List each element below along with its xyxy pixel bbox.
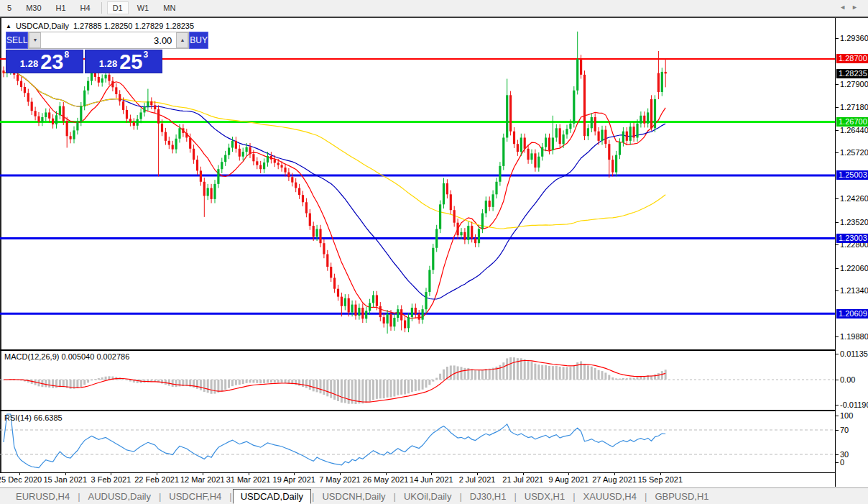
scroll-left-icon[interactable]: ◄ [839,4,851,11]
volume-increase-button[interactable]: ▲ [176,32,188,48]
chart-tab-usdchf[interactable]: USDCHF,H4 [162,490,228,503]
timeframe-button-m30[interactable]: M30 [20,1,47,14]
volume-input[interactable] [41,32,176,48]
chart-tab-bar: EURUSD,H4|AUDUSD,Daily|USDCHF,H4|USDCAD,… [0,487,868,504]
candle-body [643,116,645,124]
candle-body [203,182,206,196]
candle-body [527,149,530,160]
price-axis[interactable]: 1.293601.279001.271801.264401.257201.242… [836,18,868,487]
candle-body [101,78,103,83]
macd-histogram-bar [344,380,346,403]
date-label: 21 Jul 2021 [502,475,543,484]
price-line-label: 1.28700 [836,54,868,63]
macd-histogram-bar [559,367,561,380]
sell-price-digits: 23 [40,52,63,71]
timeframe-button-d1[interactable]: D1 [107,1,129,14]
buy-price-display[interactable]: 1.28 25 3 [85,50,162,73]
macd-histogram-bar [365,380,367,403]
candle-body [168,141,170,145]
chart-tab-audusd[interactable]: AUDUSD,Daily [81,490,158,503]
macd-histogram-bar [598,370,600,380]
macd-histogram-bar [626,378,628,380]
chart-tab-usdcad[interactable]: USDCAD,Daily [233,489,311,504]
moving-average-90 [4,70,665,229]
chart-tab-eurusd[interactable]: EURUSD,H4 [9,490,77,503]
timeframe-button-5[interactable]: 5 [1,1,17,14]
candle-body [559,128,561,144]
buy-button[interactable]: BUY [189,32,208,49]
candle-body [287,173,290,178]
macd-histogram-bar [298,380,300,386]
sell-price-prefix: 1.28 [20,57,38,71]
price-line-label: 1.26700 [836,117,868,127]
chart-tab-ukoil[interactable]: UKOil,Daily [397,490,458,503]
macd-histogram-bar [541,365,543,380]
candle-body [129,119,131,122]
collapse-icon[interactable]: ▲ [6,23,11,29]
timeframe-button-mn[interactable]: MN [157,1,181,14]
macd-histogram-bar [305,380,308,388]
macd-histogram-bar [489,369,491,380]
timeframe-button-h1[interactable]: H1 [50,1,72,14]
candle-body [323,243,325,254]
timeframe-button-w1[interactable]: W1 [131,1,155,14]
tab-separator: | [229,491,231,502]
sell-price-display[interactable]: 1.28 23 8 [6,50,83,73]
candle-body [537,157,540,168]
macd-histogram-bar [604,372,606,380]
macd-histogram-bar [665,370,667,380]
macd-tick-label: 0.00 [840,375,855,384]
macd-histogram-bar [285,380,287,383]
candle-body [502,137,504,165]
candle-body [467,226,469,240]
tab-scroll-arrows[interactable]: ◄► [839,4,864,11]
tab-separator: | [459,491,461,502]
candle-body [415,308,417,314]
candle-body [626,132,628,141]
candle-body [119,94,121,101]
candle-body [397,309,399,318]
macd-histogram-bar [172,380,174,387]
macd-histogram-bar [657,373,660,380]
chart-tab-gbpusd[interactable]: GBPUSD,H1 [647,490,716,503]
candle-body [619,142,621,155]
chart-tab-usdx[interactable]: USDX,H1 [517,490,572,503]
candle-body [235,141,237,149]
macd-histogram-bar [520,358,522,380]
rsi-pane[interactable] [0,412,835,472]
chart-tab-usdcnh[interactable]: USDCNH,Daily [315,490,392,503]
timeframe-button-h4[interactable]: H4 [75,1,96,14]
macd-histogram-bar [531,362,533,380]
macd-histogram-bar [207,380,209,393]
chart-tab-dj30[interactable]: DJ30,H1 [463,490,514,503]
macd-histogram-bar [397,380,399,395]
candle-body [242,152,244,157]
axis-tick-mark [836,354,839,354]
candle-body [604,130,606,145]
candle-body [55,115,57,124]
one-click-trading-panel: SELL ▼ ▲ BUY 1.28 23 8 1.28 25 3 [6,32,162,73]
volume-decrease-button[interactable]: ▼ [29,32,41,48]
macd-histogram-bar [256,380,258,383]
date-axis[interactable]: 25 Dec 202015 Jan 20213 Feb 202122 Feb 2… [0,473,835,487]
chart-tab-xauusd[interactable]: XAUUSD,H4 [576,490,644,503]
candle-body [492,194,494,207]
macd-histogram-bar [379,380,382,398]
candle-body [34,111,37,116]
macd-histogram-bar [583,364,586,380]
axis-tick-mark [836,198,839,199]
macd-histogram-bar [545,365,547,380]
sell-button[interactable]: SELL [6,32,28,49]
pane-divider[interactable] [0,410,835,411]
macd-histogram-bar [101,377,103,380]
candle-body [439,204,441,229]
scroll-right-icon[interactable]: ► [851,4,864,11]
macd-histogram-bar [259,380,262,383]
buy-price-prefix: 1.28 [99,57,117,71]
candle-body [640,116,642,124]
candle-body [489,201,491,207]
candle-body [20,81,22,87]
macd-tick-label: -0.01190 [840,400,868,409]
candle-body [524,137,526,148]
candle-body [284,168,286,173]
